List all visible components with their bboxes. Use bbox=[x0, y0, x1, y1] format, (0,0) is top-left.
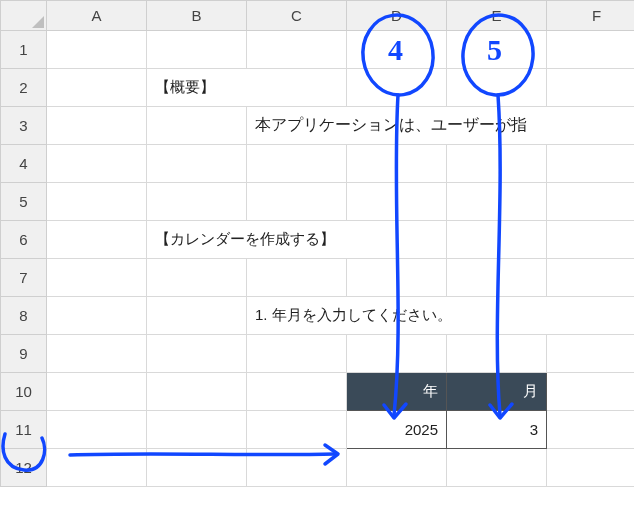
cell-F2[interactable] bbox=[547, 69, 635, 107]
cell-A10[interactable] bbox=[47, 373, 147, 411]
spreadsheet-grid[interactable]: A B C D E F 1 2 【概要】 3 本アプリケーションは、ユーザーが指… bbox=[0, 0, 634, 487]
cell-F7[interactable] bbox=[547, 259, 635, 297]
cell-D1[interactable] bbox=[347, 31, 447, 69]
cell-A6[interactable] bbox=[47, 221, 147, 259]
cell-F9[interactable] bbox=[547, 335, 635, 373]
cell-C3[interactable]: 本アプリケーションは、ユーザーが指 bbox=[247, 107, 635, 145]
row-header-1[interactable]: 1 bbox=[1, 31, 47, 69]
cell-E12[interactable] bbox=[447, 449, 547, 487]
cell-E7[interactable] bbox=[447, 259, 547, 297]
cell-D5[interactable] bbox=[347, 183, 447, 221]
cell-C7[interactable] bbox=[247, 259, 347, 297]
cell-D10-year-header[interactable]: 年 bbox=[347, 373, 447, 411]
cell-A3[interactable] bbox=[47, 107, 147, 145]
col-header-A[interactable]: A bbox=[47, 1, 147, 31]
cell-E6[interactable] bbox=[447, 221, 547, 259]
cell-B11[interactable] bbox=[147, 411, 247, 449]
cell-A9[interactable] bbox=[47, 335, 147, 373]
cell-F12[interactable] bbox=[547, 449, 635, 487]
cell-B7[interactable] bbox=[147, 259, 247, 297]
row-header-11[interactable]: 11 bbox=[1, 411, 47, 449]
cell-E10-month-header[interactable]: 月 bbox=[447, 373, 547, 411]
select-all-corner[interactable] bbox=[1, 1, 47, 31]
cell-A2[interactable] bbox=[47, 69, 147, 107]
cell-C10[interactable] bbox=[247, 373, 347, 411]
cell-A11[interactable] bbox=[47, 411, 147, 449]
cell-D7[interactable] bbox=[347, 259, 447, 297]
col-header-D[interactable]: D bbox=[347, 1, 447, 31]
cell-B6[interactable]: 【カレンダーを作成する】 bbox=[147, 221, 447, 259]
cell-D11-year-value[interactable]: 2025 bbox=[347, 411, 447, 449]
cell-A7[interactable] bbox=[47, 259, 147, 297]
cell-A5[interactable] bbox=[47, 183, 147, 221]
cell-E9[interactable] bbox=[447, 335, 547, 373]
cell-D4[interactable] bbox=[347, 145, 447, 183]
row-header-3[interactable]: 3 bbox=[1, 107, 47, 145]
cell-C4[interactable] bbox=[247, 145, 347, 183]
row-header-4[interactable]: 4 bbox=[1, 145, 47, 183]
cell-B4[interactable] bbox=[147, 145, 247, 183]
row-header-12[interactable]: 12 bbox=[1, 449, 47, 487]
row-header-6[interactable]: 6 bbox=[1, 221, 47, 259]
cell-B3[interactable] bbox=[147, 107, 247, 145]
cell-F10[interactable] bbox=[547, 373, 635, 411]
spreadsheet-viewport[interactable]: A B C D E F 1 2 【概要】 3 本アプリケーションは、ユーザーが指… bbox=[0, 0, 634, 519]
row-header-10[interactable]: 10 bbox=[1, 373, 47, 411]
cell-D9[interactable] bbox=[347, 335, 447, 373]
cell-D12[interactable] bbox=[347, 449, 447, 487]
col-header-E[interactable]: E bbox=[447, 1, 547, 31]
cell-B1[interactable] bbox=[147, 31, 247, 69]
cell-E2[interactable] bbox=[447, 69, 547, 107]
cell-E11-month-value[interactable]: 3 bbox=[447, 411, 547, 449]
cell-B8[interactable] bbox=[147, 297, 247, 335]
cell-A12[interactable] bbox=[47, 449, 147, 487]
col-header-F[interactable]: F bbox=[547, 1, 635, 31]
cell-A4[interactable] bbox=[47, 145, 147, 183]
cell-F1[interactable] bbox=[547, 31, 635, 69]
cell-C1[interactable] bbox=[247, 31, 347, 69]
cell-B9[interactable] bbox=[147, 335, 247, 373]
cell-E5[interactable] bbox=[447, 183, 547, 221]
cell-C11[interactable] bbox=[247, 411, 347, 449]
cell-B2[interactable]: 【概要】 bbox=[147, 69, 347, 107]
cell-E1[interactable] bbox=[447, 31, 547, 69]
col-header-C[interactable]: C bbox=[247, 1, 347, 31]
cell-F11[interactable] bbox=[547, 411, 635, 449]
row-header-7[interactable]: 7 bbox=[1, 259, 47, 297]
cell-C9[interactable] bbox=[247, 335, 347, 373]
cell-C5[interactable] bbox=[247, 183, 347, 221]
row-header-8[interactable]: 8 bbox=[1, 297, 47, 335]
cell-F4[interactable] bbox=[547, 145, 635, 183]
cell-C12[interactable] bbox=[247, 449, 347, 487]
cell-F5[interactable] bbox=[547, 183, 635, 221]
row-header-2[interactable]: 2 bbox=[1, 69, 47, 107]
cell-E4[interactable] bbox=[447, 145, 547, 183]
cell-B12[interactable] bbox=[147, 449, 247, 487]
cell-F6[interactable] bbox=[547, 221, 635, 259]
cell-B5[interactable] bbox=[147, 183, 247, 221]
col-header-B[interactable]: B bbox=[147, 1, 247, 31]
row-header-9[interactable]: 9 bbox=[1, 335, 47, 373]
cell-A8[interactable] bbox=[47, 297, 147, 335]
cell-C8[interactable]: 1. 年月を入力してください。 bbox=[247, 297, 635, 335]
cell-B10[interactable] bbox=[147, 373, 247, 411]
cell-D2[interactable] bbox=[347, 69, 447, 107]
cell-A1[interactable] bbox=[47, 31, 147, 69]
row-header-5[interactable]: 5 bbox=[1, 183, 47, 221]
